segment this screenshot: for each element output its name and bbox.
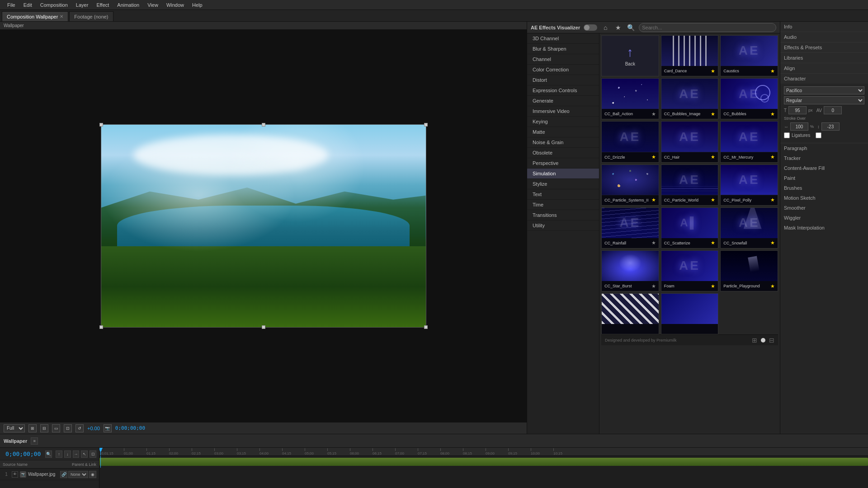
star-card-dance[interactable]: ★ [711,68,715,74]
star-star-burst[interactable]: ★ [651,283,656,289]
effect-pixel-polly[interactable]: AE CC_Pixel_Polly ★ [720,164,778,206]
star-caustics[interactable]: ★ [770,68,775,74]
effect-bottom-1[interactable] [601,293,659,334]
cat-transitions[interactable]: Transitions [527,210,599,221]
cat-text[interactable]: Text [527,189,599,200]
handle-top-right[interactable] [424,123,428,127]
effect-bubbles-image[interactable]: AE CC_Bubbles_Image ★ [661,78,719,119]
cat-keying[interactable]: Keying [527,117,599,127]
section-info-header[interactable]: Info [780,22,868,32]
timeline-bar[interactable] [99,458,868,466]
star-ball-action[interactable]: ★ [651,111,656,117]
cat-immersive-video[interactable]: Immersive Video [527,106,599,117]
cat-distort[interactable]: Distort [527,75,599,85]
zoom-select[interactable]: Full 50% 25% [4,424,25,432]
list-view-icon[interactable]: ⊟ [769,337,774,344]
menu-window[interactable]: Window [163,1,188,9]
cat-utility[interactable]: Utility [527,221,599,231]
toggle-button[interactable] [584,24,597,31]
section-motion-sketch[interactable]: Motion Sketch [780,193,868,203]
section-wiggler[interactable]: Wiggler [780,213,868,223]
tab-footage[interactable]: Footage (none) [69,11,113,21]
cat-time[interactable]: Time [527,200,599,210]
section-smoother[interactable]: Smoother [780,203,868,213]
home-icon[interactable]: ⌂ [601,23,610,32]
font-name-select[interactable]: Pacifico [784,86,864,94]
star-drizzle[interactable]: ★ [651,154,656,160]
star-mr-mercury[interactable]: ★ [770,154,775,160]
menu-composition[interactable]: Composition [37,1,71,9]
playhead[interactable] [100,448,101,455]
tl-btn-5[interactable]: ⊡ [90,450,96,458]
search-input[interactable] [639,23,776,32]
menu-layer[interactable]: Layer [72,1,92,9]
star-foam[interactable]: ★ [711,283,715,289]
effect-particle-systems[interactable]: CC_Particle_Systems_II ★ [601,164,659,206]
grid-btn[interactable]: ⊟ [40,424,48,432]
parent-icon[interactable]: 🔗 [60,471,67,478]
search-icon-btn[interactable]: 🔍 [626,23,635,32]
menu-animation[interactable]: Animation [113,1,143,9]
scale-v-input[interactable] [821,122,840,131]
pick-whip[interactable]: ◉ [89,471,96,478]
effect-rainfall[interactable]: AE CC_Rainfall ★ [601,207,659,249]
effect-scatterize[interactable]: A▌ CC_Scatterize ★ [661,207,719,249]
cat-color-correction[interactable]: Color Correction [527,65,599,75]
tl-btn-1[interactable]: ↑ [56,450,62,458]
effect-particle-world[interactable]: AE CC_Particle_World ★ [661,164,719,206]
handle-bottom-center[interactable] [262,325,265,329]
layer-visibility[interactable]: 👁 [12,471,18,478]
cat-3d-channel[interactable]: 3D Channel [527,33,599,44]
section-audio-header[interactable]: Audio [780,32,868,42]
section-paragraph[interactable]: Paragraph [780,143,868,153]
section-mask-interpolation[interactable]: Mask Interpolation [780,223,868,233]
effect-card-dance[interactable]: Card_Dance ★ [661,35,719,76]
search-layer-btn[interactable]: 🔍 [45,450,52,458]
camera-btn[interactable]: ⊡ [64,424,72,432]
menu-edit[interactable]: Edit [20,1,36,9]
star-hair[interactable]: ★ [711,154,715,160]
scale-h-input[interactable] [790,122,808,131]
cat-expression-controls[interactable]: Expression Controls [527,85,599,96]
effect-ball-action[interactable]: CC_Ball_Action ★ [601,78,659,119]
effect-snowfall[interactable]: AE CC_Snowfall ★ [720,207,778,249]
ligatures2-checkbox[interactable] [816,132,821,138]
cat-stylize[interactable]: Stylize [527,179,599,189]
tl-btn-2[interactable]: ↓ [64,450,71,458]
star-particle-world[interactable]: ★ [711,197,715,203]
effect-star-burst[interactable]: CC_Star_Burst ★ [601,250,659,291]
cat-generate[interactable]: Generate [527,96,599,106]
handle-top-left[interactable] [99,123,103,127]
section-paint[interactable]: Paint [780,173,868,183]
section-tracker[interactable]: Tracker [780,153,868,163]
cat-matte[interactable]: Matte [527,127,599,137]
effect-bottom-2[interactable] [661,293,719,334]
tl-btn-4[interactable]: ↖ [81,450,88,458]
fit-btn[interactable]: ⊞ [28,424,37,432]
star-snowfall[interactable]: ★ [770,240,775,246]
section-content-aware-fill[interactable]: Content-Aware Fill [780,163,868,173]
star-particle-playground[interactable]: ★ [770,283,775,289]
menu-help[interactable]: Help [189,1,206,9]
tl-btn-3[interactable]: → [73,450,80,458]
effect-back[interactable]: ↑ Back [601,35,659,76]
timeline-menu-btn[interactable]: ≡ [31,437,38,445]
ligatures-checkbox[interactable] [784,132,790,138]
snapshot-btn[interactable]: 📷 [104,424,112,432]
section-align-header[interactable]: Align [780,63,868,73]
cat-noise-grain[interactable]: Noise & Grain [527,137,599,148]
star-particle-systems[interactable]: ★ [651,197,656,203]
grid-view-icon[interactable]: ⊞ [752,337,757,344]
star-rainfall[interactable]: ★ [651,240,656,246]
effect-hair[interactable]: AE CC_Hair ★ [661,121,719,162]
effect-particle-playground[interactable]: Particle_Playground ★ [720,250,778,291]
effect-drizzle[interactable]: AE CC_Drizzle ★ [601,121,659,162]
tab-composition-wallpaper[interactable]: Composition Wallpaper ✕ [2,11,68,21]
section-effects-presets-header[interactable]: Effects & Presets [780,42,868,52]
font-style-select[interactable]: Regular [784,96,864,104]
handle-bottom-right[interactable] [424,325,428,329]
effect-bubbles[interactable]: AE CC_Bubbles ★ [720,78,778,119]
effect-caustics[interactable]: AE Caustics ★ [720,35,778,76]
close-icon[interactable]: ✕ [60,14,63,19]
font-size-input[interactable] [788,106,807,114]
